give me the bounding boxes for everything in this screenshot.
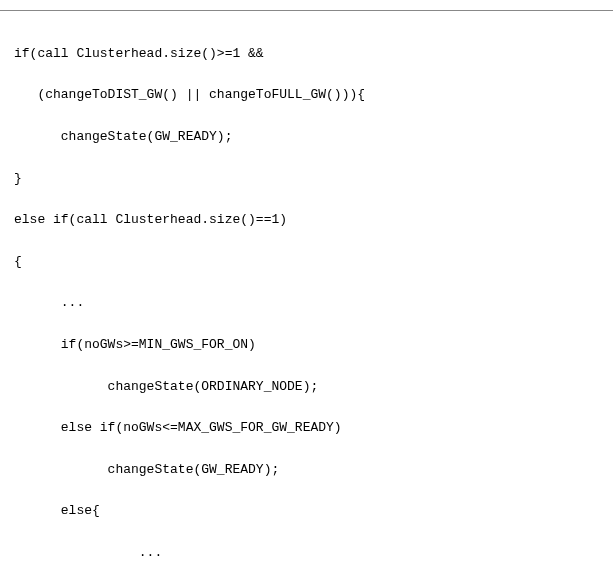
code-line: else if(call Clusterhead.size()==1) [14,210,613,231]
code-line: if(call Clusterhead.size()>=1 && [14,44,613,65]
code-block: if(call Clusterhead.size()>=1 && (change… [0,10,613,582]
code-line: } [14,169,613,190]
code-line: changeState(GW_READY); [14,460,613,481]
code-line: (changeToDIST_GW() || changeToFULL_GW())… [14,85,613,106]
code-line: { [14,252,613,273]
code-line: ... [14,543,613,564]
code-line: else if(noGWs<=MAX_GWS_FOR_GW_READY) [14,418,613,439]
code-line: ... [14,293,613,314]
code-line: else{ [14,501,613,522]
code-line: if(noGWs>=MIN_GWS_FOR_ON) [14,335,613,356]
code-line: changeState(GW_READY); [14,127,613,148]
code-line: changeState(ORDINARY_NODE); [14,377,613,398]
